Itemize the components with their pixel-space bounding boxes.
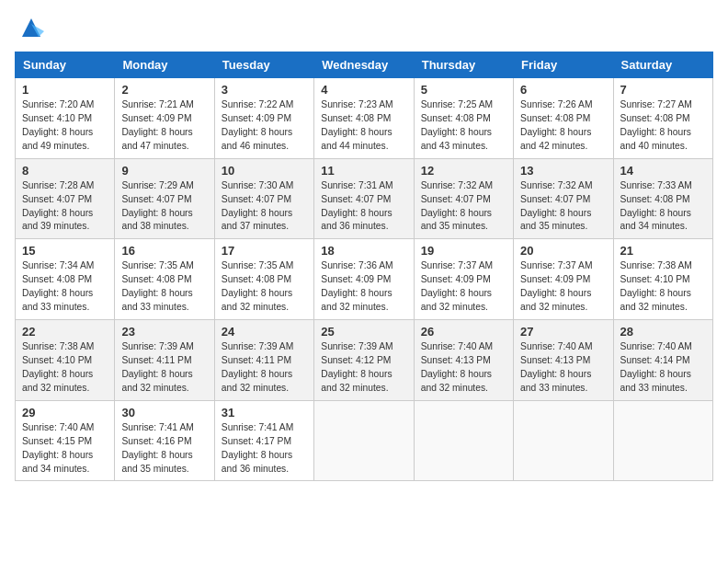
calendar-header-row: SundayMondayTuesdayWednesdayThursdayFrid…: [16, 52, 713, 78]
calendar-cell: [314, 400, 414, 481]
calendar-cell: 5 Sunrise: 7:25 AMSunset: 4:08 PMDayligh…: [414, 78, 513, 159]
day-number: 3: [222, 83, 307, 97]
day-info: Sunrise: 7:40 AMSunset: 4:15 PMDaylight:…: [22, 421, 108, 477]
day-info: Sunrise: 7:21 AMSunset: 4:09 PMDaylight:…: [121, 98, 207, 154]
day-number: 17: [222, 244, 307, 258]
calendar-week-row: 8 Sunrise: 7:28 AMSunset: 4:07 PMDayligh…: [16, 158, 713, 239]
day-number: 11: [321, 164, 406, 178]
logo-icon: [18, 15, 44, 40]
calendar-cell: 11 Sunrise: 7:31 AMSunset: 4:07 PMDaylig…: [314, 158, 414, 239]
day-info: Sunrise: 7:39 AMSunset: 4:11 PMDaylight:…: [121, 340, 207, 396]
calendar-table: SundayMondayTuesdayWednesdayThursdayFrid…: [15, 52, 713, 481]
day-info: Sunrise: 7:40 AMSunset: 4:13 PMDaylight:…: [421, 340, 506, 396]
day-number: 21: [620, 244, 706, 258]
day-number: 1: [22, 83, 108, 97]
day-info: Sunrise: 7:41 AMSunset: 4:17 PMDaylight:…: [222, 421, 307, 477]
calendar-cell: 16 Sunrise: 7:35 AMSunset: 4:08 PMDaylig…: [115, 239, 214, 320]
day-info: Sunrise: 7:32 AMSunset: 4:07 PMDaylight:…: [421, 179, 506, 235]
calendar-cell: 17 Sunrise: 7:35 AMSunset: 4:08 PMDaylig…: [214, 239, 313, 320]
calendar-cell: 15 Sunrise: 7:34 AMSunset: 4:08 PMDaylig…: [16, 239, 115, 320]
day-number: 12: [421, 164, 506, 178]
day-number: 16: [121, 244, 207, 258]
day-number: 15: [22, 244, 108, 258]
calendar-cell: 18 Sunrise: 7:36 AMSunset: 4:09 PMDaylig…: [314, 239, 414, 320]
calendar-cell: 2 Sunrise: 7:21 AMSunset: 4:09 PMDayligh…: [115, 78, 214, 159]
calendar-cell: [514, 400, 613, 481]
calendar-cell: 23 Sunrise: 7:39 AMSunset: 4:11 PMDaylig…: [115, 320, 214, 401]
day-number: 26: [421, 325, 506, 339]
day-info: Sunrise: 7:27 AMSunset: 4:08 PMDaylight:…: [620, 98, 706, 154]
day-info: Sunrise: 7:37 AMSunset: 4:09 PMDaylight:…: [520, 259, 606, 315]
day-number: 2: [121, 83, 207, 97]
day-number: 8: [22, 164, 108, 178]
day-number: 31: [222, 406, 307, 419]
calendar-cell: 4 Sunrise: 7:23 AMSunset: 4:08 PMDayligh…: [314, 78, 414, 159]
calendar-cell: 22 Sunrise: 7:38 AMSunset: 4:10 PMDaylig…: [16, 320, 115, 401]
calendar-cell: 30 Sunrise: 7:41 AMSunset: 4:16 PMDaylig…: [115, 400, 214, 481]
day-number: 13: [520, 164, 606, 178]
calendar-cell: 1 Sunrise: 7:20 AMSunset: 4:10 PMDayligh…: [16, 78, 115, 159]
calendar-cell: 24 Sunrise: 7:39 AMSunset: 4:11 PMDaylig…: [214, 320, 313, 401]
weekday-header: Monday: [115, 52, 214, 78]
calendar-cell: 29 Sunrise: 7:40 AMSunset: 4:15 PMDaylig…: [16, 400, 115, 481]
day-number: 20: [520, 244, 606, 258]
day-info: Sunrise: 7:40 AMSunset: 4:14 PMDaylight:…: [620, 340, 706, 396]
day-number: 18: [321, 244, 406, 258]
day-info: Sunrise: 7:39 AMSunset: 4:12 PMDaylight:…: [321, 340, 406, 396]
calendar-cell: 27 Sunrise: 7:40 AMSunset: 4:13 PMDaylig…: [514, 320, 613, 401]
day-info: Sunrise: 7:35 AMSunset: 4:08 PMDaylight:…: [121, 259, 207, 315]
day-info: Sunrise: 7:29 AMSunset: 4:07 PMDaylight:…: [121, 179, 207, 235]
calendar-cell: 10 Sunrise: 7:30 AMSunset: 4:07 PMDaylig…: [214, 158, 313, 239]
calendar-cell: 6 Sunrise: 7:26 AMSunset: 4:08 PMDayligh…: [514, 78, 613, 159]
day-number: 14: [620, 164, 706, 178]
day-info: Sunrise: 7:40 AMSunset: 4:13 PMDaylight:…: [520, 340, 606, 396]
day-info: Sunrise: 7:41 AMSunset: 4:16 PMDaylight:…: [121, 421, 207, 477]
day-info: Sunrise: 7:38 AMSunset: 4:10 PMDaylight:…: [22, 340, 108, 396]
day-info: Sunrise: 7:20 AMSunset: 4:10 PMDaylight:…: [22, 98, 108, 154]
calendar-cell: 19 Sunrise: 7:37 AMSunset: 4:09 PMDaylig…: [414, 239, 513, 320]
calendar-cell: [613, 400, 712, 481]
calendar-cell: 8 Sunrise: 7:28 AMSunset: 4:07 PMDayligh…: [16, 158, 115, 239]
day-number: 23: [121, 325, 207, 339]
calendar-cell: 12 Sunrise: 7:32 AMSunset: 4:07 PMDaylig…: [414, 158, 513, 239]
calendar-week-row: 29 Sunrise: 7:40 AMSunset: 4:15 PMDaylig…: [16, 400, 713, 481]
calendar-cell: [414, 400, 513, 481]
day-number: 28: [620, 325, 706, 339]
day-info: Sunrise: 7:38 AMSunset: 4:10 PMDaylight:…: [620, 259, 706, 315]
calendar-week-row: 15 Sunrise: 7:34 AMSunset: 4:08 PMDaylig…: [16, 239, 713, 320]
weekday-header: Saturday: [613, 52, 712, 78]
weekday-header: Sunday: [16, 52, 115, 78]
day-number: 29: [22, 406, 108, 419]
day-info: Sunrise: 7:39 AMSunset: 4:11 PMDaylight:…: [222, 340, 307, 396]
day-number: 25: [321, 325, 406, 339]
calendar-cell: 7 Sunrise: 7:27 AMSunset: 4:08 PMDayligh…: [613, 78, 712, 159]
day-info: Sunrise: 7:33 AMSunset: 4:08 PMDaylight:…: [620, 179, 706, 235]
day-info: Sunrise: 7:23 AMSunset: 4:08 PMDaylight:…: [321, 98, 406, 154]
day-number: 27: [520, 325, 606, 339]
calendar-cell: 26 Sunrise: 7:40 AMSunset: 4:13 PMDaylig…: [414, 320, 513, 401]
weekday-header: Wednesday: [314, 52, 414, 78]
calendar-cell: 3 Sunrise: 7:22 AMSunset: 4:09 PMDayligh…: [214, 78, 313, 159]
calendar-week-row: 1 Sunrise: 7:20 AMSunset: 4:10 PMDayligh…: [16, 78, 713, 159]
calendar-cell: 25 Sunrise: 7:39 AMSunset: 4:12 PMDaylig…: [314, 320, 414, 401]
day-number: 5: [421, 83, 506, 97]
calendar-cell: 13 Sunrise: 7:32 AMSunset: 4:07 PMDaylig…: [514, 158, 613, 239]
weekday-header: Tuesday: [214, 52, 313, 78]
calendar-week-row: 22 Sunrise: 7:38 AMSunset: 4:10 PMDaylig…: [16, 320, 713, 401]
day-info: Sunrise: 7:32 AMSunset: 4:07 PMDaylight:…: [520, 179, 606, 235]
calendar-cell: 20 Sunrise: 7:37 AMSunset: 4:09 PMDaylig…: [514, 239, 613, 320]
day-number: 10: [222, 164, 307, 178]
calendar-cell: 31 Sunrise: 7:41 AMSunset: 4:17 PMDaylig…: [214, 400, 313, 481]
day-info: Sunrise: 7:37 AMSunset: 4:09 PMDaylight:…: [421, 259, 506, 315]
calendar-cell: 28 Sunrise: 7:40 AMSunset: 4:14 PMDaylig…: [613, 320, 712, 401]
day-number: 22: [22, 325, 108, 339]
weekday-header: Thursday: [414, 52, 513, 78]
page-header: [15, 15, 713, 40]
calendar-cell: 14 Sunrise: 7:33 AMSunset: 4:08 PMDaylig…: [613, 158, 712, 239]
day-info: Sunrise: 7:28 AMSunset: 4:07 PMDaylight:…: [22, 179, 108, 235]
day-number: 6: [520, 83, 606, 97]
calendar-cell: 21 Sunrise: 7:38 AMSunset: 4:10 PMDaylig…: [613, 239, 712, 320]
day-info: Sunrise: 7:30 AMSunset: 4:07 PMDaylight:…: [222, 179, 307, 235]
day-info: Sunrise: 7:31 AMSunset: 4:07 PMDaylight:…: [321, 179, 406, 235]
day-info: Sunrise: 7:34 AMSunset: 4:08 PMDaylight:…: [22, 259, 108, 315]
